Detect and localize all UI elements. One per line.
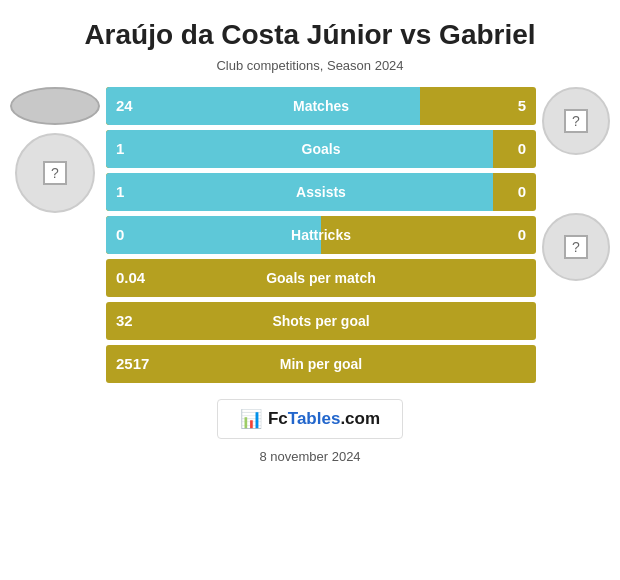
stat-right-matches: 5 xyxy=(518,97,526,114)
page-subtitle: Club competitions, Season 2024 xyxy=(216,58,403,73)
stat-left-min-per-goal: 2517 xyxy=(106,355,166,372)
stats-section: ? 24 Matches 5 1 Goals xyxy=(0,87,620,383)
page-container: Araújo da Costa Júnior vs Gabriel Club c… xyxy=(0,0,620,580)
stat-left-goals-per-match: 0.04 xyxy=(106,269,166,286)
stat-row-shots-per-goal: 32 Shots per goal xyxy=(106,302,536,340)
stat-bar-goals-per-match: 0.04 Goals per match xyxy=(106,259,536,297)
stat-left-matches: 24 xyxy=(106,97,156,114)
stat-fill-goals xyxy=(106,130,493,168)
stat-label-min-per-goal: Min per goal xyxy=(280,356,362,372)
stat-label-shots-per-goal: Shots per goal xyxy=(272,313,369,329)
logo-fc: Fc xyxy=(268,409,288,428)
avatar-left-middle: ? xyxy=(15,133,95,213)
stat-row-goals: 1 Goals 0 xyxy=(106,130,536,168)
logo-section: 📊 FcTables.com xyxy=(217,399,403,439)
avatar-right-bottom-question: ? xyxy=(564,235,588,259)
right-avatars-col: ? ? xyxy=(542,87,610,281)
stat-right-assists: 0 xyxy=(518,183,526,200)
stat-label-hattricks: Hattricks xyxy=(291,227,351,243)
stat-bar-min-per-goal: 2517 Min per goal xyxy=(106,345,536,383)
stat-left-goals: 1 xyxy=(106,140,156,157)
stat-bar-matches: 24 Matches 5 xyxy=(106,87,536,125)
stat-label-matches: Matches xyxy=(293,98,349,114)
stat-bar-assists: 1 Assists 0 xyxy=(106,173,536,211)
stat-rows: 24 Matches 5 1 Goals 0 1 Ass xyxy=(106,87,536,383)
logo-tables: Tables xyxy=(288,409,341,428)
stat-left-shots-per-goal: 32 xyxy=(106,312,166,329)
stat-label-goals: Goals xyxy=(302,141,341,157)
stat-right-goals: 0 xyxy=(518,140,526,157)
logo-chart-icon: 📊 xyxy=(240,408,262,430)
avatar-right-top: ? xyxy=(542,87,610,155)
stat-right-hattricks: 0 xyxy=(518,226,526,243)
page-title: Araújo da Costa Júnior vs Gabriel xyxy=(64,18,555,52)
stat-bar-shots-per-goal: 32 Shots per goal xyxy=(106,302,536,340)
stat-bar-hattricks: 0 Hattricks 0 xyxy=(106,216,536,254)
stat-label-assists: Assists xyxy=(296,184,346,200)
logo-dot-com: .com xyxy=(340,409,380,428)
stat-row-goals-per-match: 0.04 Goals per match xyxy=(106,259,536,297)
stat-left-assists: 1 xyxy=(106,183,156,200)
stat-row-assists: 1 Assists 0 xyxy=(106,173,536,211)
avatar-right-top-question: ? xyxy=(564,109,588,133)
logo-text: FcTables.com xyxy=(268,409,380,429)
avatar-left-question: ? xyxy=(43,161,67,185)
stat-row-hattricks: 0 Hattricks 0 xyxy=(106,216,536,254)
stat-row-matches: 24 Matches 5 xyxy=(106,87,536,125)
avatar-right-bottom: ? xyxy=(542,213,610,281)
stat-bar-goals: 1 Goals 0 xyxy=(106,130,536,168)
left-avatars-col: ? xyxy=(10,87,100,213)
footer-date: 8 november 2024 xyxy=(259,449,360,464)
stat-row-min-per-goal: 2517 Min per goal xyxy=(106,345,536,383)
stat-left-hattricks: 0 xyxy=(106,226,156,243)
avatar-left-top xyxy=(10,87,100,125)
stat-label-goals-per-match: Goals per match xyxy=(266,270,376,286)
